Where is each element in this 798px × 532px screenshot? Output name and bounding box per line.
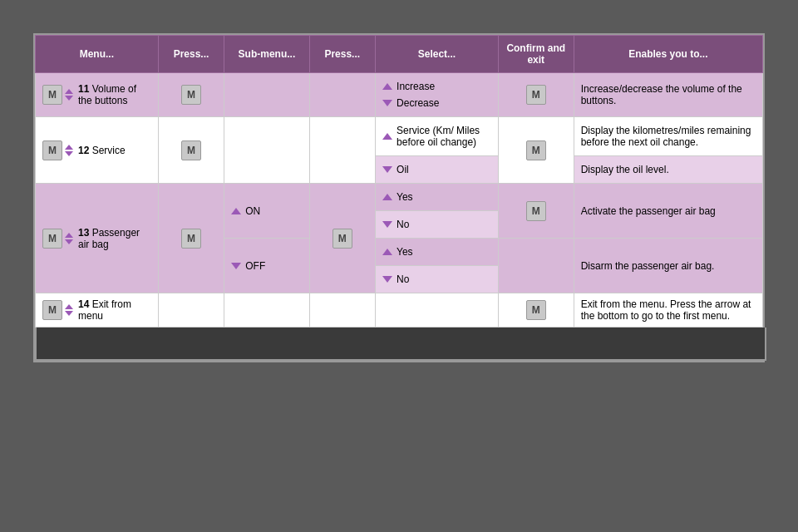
tri-down-no2 (382, 276, 392, 283)
submenu-cell-11 (224, 73, 309, 117)
select-decrease-11: Decrease (382, 95, 491, 111)
select-label-yes2: Yes (397, 246, 413, 258)
arrow-down-14[interactable] (65, 311, 73, 316)
submenu-cell-12 (224, 117, 309, 184)
arrows-11 (65, 89, 73, 101)
col-header-submenu: Sub-menu... (224, 36, 309, 73)
select-no-2: No (376, 266, 499, 293)
menu-label-14: 14 Exit from menu (78, 298, 151, 322)
arrow-down-12[interactable] (65, 151, 73, 156)
tri-down-no1 (382, 221, 392, 228)
submenu-off: OFF (224, 239, 309, 293)
m-confirm-12[interactable]: M (526, 140, 546, 160)
m-icon-12: M (42, 140, 73, 160)
enables-exit: Exit from the menu. Press the arrow at t… (574, 293, 762, 328)
col-header-press1: Press... (158, 36, 224, 73)
confirm-cell-14: M (498, 293, 574, 328)
m-press2-13[interactable]: M (332, 229, 352, 249)
m-icon-13: M (42, 229, 73, 249)
submenu-on: ON (224, 184, 309, 239)
col-header-select: Select... (376, 36, 499, 73)
m-icon-11: M (42, 85, 73, 105)
arrow-up-11[interactable] (65, 89, 73, 94)
page-wrapper: Menu... Press... Sub-menu... Press... Se… (17, 17, 781, 532)
press-cell-14 (158, 293, 224, 328)
arrow-down-11[interactable] (65, 96, 73, 101)
select-yes-1: Yes (376, 184, 499, 211)
select-no-1: No (376, 211, 499, 239)
enables-oil: Display the oil level. (574, 156, 762, 184)
m-confirm-14[interactable]: M (526, 300, 546, 320)
menu-cell-13: M 13 Passenger air bag (36, 184, 159, 293)
confirm-cell-13a: M (498, 184, 574, 239)
select-cell-14 (376, 293, 499, 328)
arrows-13 (65, 233, 73, 244)
select-label-oil: Oil (397, 164, 409, 175)
select-label-service-km: Service (Km/ Miles before oil change) (397, 125, 491, 148)
tri-up-11 (382, 83, 392, 90)
col-header-enables: Enables you to... (574, 36, 762, 73)
menu-label-13: 13 Passenger air bag (78, 227, 151, 250)
col-header-press2: Press... (309, 36, 376, 73)
press-cell-13: M (158, 184, 224, 293)
menu-label-11: 11 Volume of the buttons (78, 83, 151, 106)
tri-down-off (231, 263, 241, 269)
m-press-11[interactable]: M (181, 85, 201, 105)
select-label-increase: Increase (397, 81, 435, 92)
m-confirm-13a[interactable]: M (526, 201, 546, 221)
press-cell-11: M (158, 73, 224, 117)
press2-cell-11 (309, 73, 376, 117)
enables-airbag-disarm: Disarm the passenger air bag. (574, 239, 762, 293)
submenu-label-off: OFF (245, 260, 265, 272)
select-label-decrease: Decrease (397, 97, 439, 109)
select-oil: Oil (376, 156, 499, 184)
tri-up-yes1 (382, 194, 392, 200)
menu-cell-11: M 11 Volume of the buttons (36, 73, 159, 117)
table-container: Menu... Press... Sub-menu... Press... Se… (33, 33, 765, 362)
m-button-11[interactable]: M (42, 85, 62, 105)
arrow-up-14[interactable] (65, 304, 73, 309)
select-label-no1: No (397, 219, 409, 230)
arrows-14 (65, 304, 73, 316)
confirm-cell-11: M (498, 73, 574, 117)
enables-airbag-activate: Activate the passenger air bag (574, 184, 762, 239)
m-confirm-11[interactable]: M (526, 85, 546, 105)
menu-cell-12: M 12 Service (36, 117, 159, 184)
m-button-14[interactable]: M (42, 300, 62, 320)
select-label-no2: No (397, 273, 409, 285)
m-button-13[interactable]: M (42, 229, 62, 249)
menu-cell-14: M 14 Exit from menu (36, 293, 159, 328)
tri-down-12b (382, 166, 392, 173)
press2-cell-14 (309, 293, 376, 328)
m-button-12[interactable]: M (42, 140, 62, 160)
press2-cell-12 (309, 117, 376, 184)
col-header-confirm: Confirm and exit (498, 36, 574, 73)
menu-label-12: 12 Service (78, 145, 126, 156)
table-row: M 14 Exit from menu (36, 293, 763, 328)
table-row: M 11 Volume of the buttons M (36, 73, 763, 117)
tri-up-on (231, 208, 241, 214)
tri-up-12a (382, 133, 392, 140)
tri-down-11 (382, 100, 392, 106)
select-label-yes1: Yes (397, 191, 413, 203)
table-row: M 13 Passenger air bag M (36, 184, 763, 211)
arrow-up-13[interactable] (65, 233, 73, 238)
col-header-menu: Menu... (36, 36, 159, 73)
m-press-12[interactable]: M (181, 140, 201, 160)
select-cell-11: Increase Decrease (376, 73, 499, 117)
enables-cell-11: Increase/decrease the volume of the butt… (574, 73, 762, 117)
m-icon-14: M (42, 300, 73, 320)
press-cell-12: M (158, 117, 224, 184)
select-increase-11: Increase (382, 78, 491, 95)
press2-cell-13: M (309, 184, 376, 293)
select-yes-2: Yes (376, 239, 499, 266)
submenu-label-on: ON (245, 205, 260, 217)
select-service-km: Service (Km/ Miles before oil change) (376, 117, 499, 156)
m-press-13[interactable]: M (181, 229, 201, 249)
arrow-up-12[interactable] (65, 145, 73, 150)
table-header: Menu... Press... Sub-menu... Press... Se… (36, 36, 763, 73)
arrow-down-13[interactable] (65, 239, 73, 244)
confirm-cell-12: M (498, 117, 574, 184)
enables-km: Display the kilometres/miles remaining b… (574, 117, 762, 156)
arrows-12 (65, 145, 73, 156)
